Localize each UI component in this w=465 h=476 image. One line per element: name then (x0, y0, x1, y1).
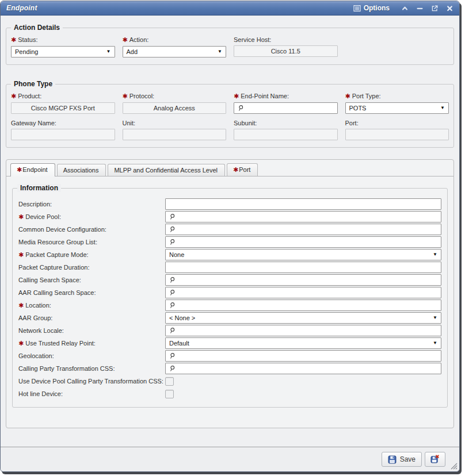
calling-party-transformation-css-input[interactable] (165, 363, 441, 374)
calling-party-transformation-css-label: Calling Party Transformation CSS: (18, 365, 165, 372)
minimize-dash-icon[interactable] (416, 5, 424, 12)
endpoint-dialog-window: Endpoint Options (0, 1, 460, 472)
chevron-down-icon: ▼ (433, 252, 437, 257)
required-asterisk-icon: ✱ (11, 36, 16, 43)
tab-associations[interactable]: Associations (57, 164, 106, 176)
gateway-name-value (11, 129, 115, 140)
popout-arrow-icon[interactable] (431, 5, 439, 12)
info-row-hot-line-device: Hot line Device: (18, 387, 441, 400)
save-button-label: Save (400, 455, 416, 463)
common-device-configuration-input[interactable] (165, 224, 441, 235)
end-point-name-input[interactable] (234, 102, 338, 114)
tab-endpoint[interactable]: ✱Endpoint (10, 163, 55, 176)
required-asterisk-icon: ✱ (123, 93, 128, 99)
save-button[interactable]: Save (382, 452, 422, 467)
hot-line-device-control (165, 390, 441, 398)
network-locale-input[interactable] (165, 325, 441, 336)
use-device-pool-calling-party-transformation-css-checkbox[interactable] (165, 377, 174, 386)
aar-group-select[interactable]: < None >▼ (165, 312, 441, 324)
collapse-chevron-up-icon[interactable] (401, 5, 409, 12)
end-point-name-field: ✱End-Point Name: (234, 93, 338, 114)
packet-capture-mode-control: None▼ (165, 249, 441, 260)
chevron-down-icon: ▼ (218, 49, 222, 54)
resize-grip-icon[interactable] (448, 460, 458, 470)
service-host-field: Service Host:Cisco 11.5 (234, 36, 338, 57)
action-details-legend: Action Details (11, 24, 63, 32)
info-row-calling-search-space: Calling Search Space: (18, 274, 441, 286)
required-asterisk-icon: ✱ (18, 340, 24, 347)
required-asterisk-icon: ✱ (345, 93, 350, 99)
location-control (165, 300, 441, 311)
geolocation-label: Geolocation: (18, 352, 165, 359)
gateway-name-label: Gateway Name: (11, 120, 115, 126)
action-label: ✱Action: (123, 36, 227, 44)
unit-value (123, 129, 227, 140)
common-device-configuration-control (165, 224, 441, 235)
required-asterisk-icon: ✱ (17, 166, 22, 173)
packet-capture-duration-input[interactable] (165, 262, 441, 273)
port-label: Port: (345, 120, 449, 126)
info-row-packet-capture-mode: ✱Packet Capture Mode:None▼ (18, 248, 441, 261)
media-resource-group-list-input[interactable] (165, 236, 441, 248)
location-label: ✱Location: (18, 302, 165, 309)
save-and-close-button[interactable] (425, 452, 445, 467)
packet-capture-mode-label: ✱Packet Capture Mode: (18, 251, 165, 259)
port-type-select[interactable]: POTS▼ (345, 102, 449, 114)
location-input[interactable] (165, 300, 441, 311)
dialog-content: Action Details ✱Status:Pending▼✱Action:A… (1, 16, 459, 447)
required-asterisk-icon: ✱ (18, 251, 24, 258)
action-details-fields: ✱Status:Pending▼✱Action:Add▼Service Host… (6, 28, 453, 64)
gateway-name-field: Gateway Name: (11, 120, 115, 140)
status-label: ✱Status: (11, 36, 115, 44)
service-host-value: Cisco 11.5 (234, 45, 338, 57)
use-trusted-relay-point-select[interactable]: Default▼ (165, 337, 441, 349)
info-row-common-device-configuration: Common Device Configuration: (18, 223, 441, 236)
aar-calling-search-space-control (165, 287, 441, 298)
device-pool-input[interactable] (165, 211, 441, 222)
calling-search-space-input[interactable] (165, 274, 441, 286)
information-fieldset: Information Description:✱Device Pool:Com… (12, 188, 448, 408)
port-type-field: ✱Port Type:POTS▼ (345, 93, 449, 114)
aar-group-label: AAR Group: (18, 314, 165, 321)
tab-mlpp-and-confidential-access-level[interactable]: MLPP and Confidential Access Level (108, 164, 225, 176)
packet-capture-duration-control (165, 262, 441, 273)
information-rows: Description:✱Device Pool:Common Device C… (13, 189, 447, 407)
required-asterisk-icon: ✱ (18, 302, 24, 309)
protocol-field: ✱Protocol:Analog Access (123, 93, 227, 114)
port-field: Port: (345, 120, 449, 140)
media-resource-group-list-label: Media Resource Group List: (18, 239, 165, 245)
action-details-fieldset: Action Details ✱Status:Pending▼✱Action:A… (6, 28, 454, 65)
tab-port[interactable]: ✱Port (227, 163, 258, 176)
port-type-label: ✱Port Type: (345, 93, 449, 100)
aar-calling-search-space-input[interactable] (165, 287, 441, 298)
titlebar[interactable]: Endpoint Options (1, 1, 459, 16)
use-trusted-relay-point-label: ✱Use Trusted Relay Point: (18, 340, 165, 347)
action-select[interactable]: Add▼ (123, 46, 227, 57)
info-row-aar-calling-search-space: AAR Calling Search Space: (18, 286, 441, 299)
use-device-pool-calling-party-transformation-css-control (165, 377, 441, 386)
geolocation-control (165, 350, 441, 362)
info-row-description: Description: (18, 198, 441, 210)
calling-search-space-control (165, 274, 441, 286)
phone-type-fieldset: Phone Type ✱Product:Cisco MGCP FXS Port✱… (6, 84, 454, 148)
info-row-use-trusted-relay-point: ✱Use Trusted Relay Point:Default▼ (18, 337, 441, 350)
device-pool-control (165, 211, 441, 222)
use-device-pool-calling-party-transformation-css-label: Use Device Pool Calling Party Transforma… (18, 378, 165, 385)
description-input[interactable] (165, 198, 441, 210)
close-x-icon[interactable] (446, 5, 453, 12)
calling-party-transformation-css-control (165, 363, 441, 374)
protocol-value: Analog Access (123, 102, 227, 114)
calling-search-space-label: Calling Search Space: (18, 277, 165, 283)
media-resource-group-list-control (165, 236, 441, 248)
hot-line-device-checkbox[interactable] (165, 390, 174, 398)
geolocation-input[interactable] (165, 350, 441, 362)
network-locale-label: Network Locale: (18, 327, 165, 334)
status-select[interactable]: Pending▼ (11, 46, 115, 57)
packet-capture-mode-select[interactable]: None▼ (165, 249, 441, 260)
common-device-configuration-label: Common Device Configuration: (18, 226, 165, 233)
subunit-label: Subunit: (234, 120, 338, 126)
options-button[interactable]: Options (353, 4, 390, 12)
end-point-name-label: ✱End-Point Name: (234, 93, 338, 100)
info-row-network-locale: Network Locale: (18, 324, 441, 337)
description-control (165, 198, 441, 210)
